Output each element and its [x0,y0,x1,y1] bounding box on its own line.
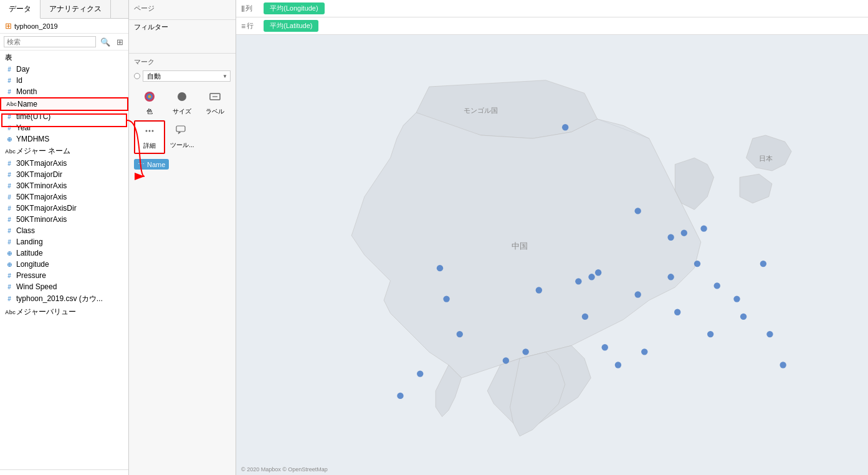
detail-name-pill[interactable]: ⋯ Name [134,159,169,170]
field-item-minor_axis_30k[interactable]: #30KTminorAxis [0,180,128,191]
datasource-icon: ⊞ [5,21,12,31]
field-icon-Id: # [5,77,14,84]
field-icon-Year: # [5,125,14,132]
rows-icon: ≡ [241,22,246,31]
mark-type-select[interactable]: 自動 [143,70,231,82]
field-list: #Day#Id#MonthAbcName#time(UTC)#Year⊕YMDH… [0,64,128,469]
field-item-minor_axis_50k[interactable]: #50KTminorAxis [0,214,128,225]
field-item-WindSpeed[interactable]: #Wind Speed [0,281,128,292]
map-dot [397,393,403,399]
field-icon-major_name: Abc [5,148,14,155]
data-source-row[interactable]: ⊞ typhoon_2019 [0,19,128,34]
field-item-major_value[interactable]: Abcメジャーバリュー [0,305,128,319]
mark-icon-detail [143,124,156,140]
field-icon-Landing: # [5,239,14,246]
field-item-Month[interactable]: #Month [0,86,128,97]
filter-section: フィルター [129,20,236,54]
auto-radio[interactable] [134,73,140,79]
field-item-YMDHMS[interactable]: ⊕YMDHMS [0,133,128,145]
field-label-Landing: Landing [16,238,43,246]
field-item-Class[interactable]: #Class [0,225,128,236]
map-dot [667,274,674,280]
columns-shelf: ||| 列 平均(Longitude) [236,0,868,17]
map-svg: モンゴル国 中国 日本 [236,35,868,475]
field-item-Day[interactable]: #Day [0,64,128,75]
map-dot [760,261,766,267]
map-dot [536,287,542,293]
rows-label: ≡ 行 [241,21,260,31]
map-dot [641,348,647,355]
field-icon-major_value: Abc [5,309,14,315]
map-dot [595,269,601,276]
field-label-minor_axis_30k: 30KTminorAxis [16,181,67,190]
field-item-major_axis_30k[interactable]: #30KTmajorAxis [0,158,128,169]
map-dot [674,309,680,315]
field-icon-major_dir_30k: # [5,171,14,178]
columns-pill[interactable]: 平均(Longitude) [264,2,325,14]
svg-rect-9 [176,126,185,132]
field-label-major_name: メジャー ネーム [16,146,70,156]
mark-btn-label[interactable]: ラベル [199,87,231,119]
field-item-Year[interactable]: #Year [0,122,128,133]
mark-btn-size[interactable]: サイズ [166,87,198,119]
marks-grid: 色サイズラベル詳細ツール... [134,87,231,154]
detail-pill-label: Name [147,161,165,168]
field-label-Month: Month [16,87,37,96]
field-icon-csv_source: # [5,295,14,302]
tab-bar: データ アナリティクス [0,0,128,19]
field-item-Pressure[interactable]: #Pressure [0,270,128,281]
field-item-Landing[interactable]: #Landing [0,236,128,247]
map-dot [562,124,568,130]
tab-data[interactable]: データ [0,0,41,19]
field-item-major_name[interactable]: Abcメジャー ネーム [0,145,128,158]
mark-btn-detail[interactable]: 詳細 [134,120,165,154]
field-item-csv_source[interactable]: #typhoon_2019.csv (カウ... [0,292,128,305]
field-item-Id[interactable]: #Id [0,75,128,86]
field-icon-Class: # [5,228,14,234]
svg-point-2 [148,95,151,98]
list-view-icon[interactable]: ⊞ [115,37,125,47]
field-item-time_utc[interactable]: #time(UTC) [0,111,128,122]
map-dot [582,314,588,320]
svg-text:日本: 日本 [759,155,773,162]
field-icon-YMDHMS: ⊕ [5,136,14,143]
tab-analytics[interactable]: アナリティクス [41,0,111,18]
map-dot [503,357,509,363]
field-item-major_axis_50k[interactable]: #50KTmajorAxis [0,191,128,203]
field-label-minor_axis_50k: 50KTminorAxis [16,215,67,224]
mark-btn-color[interactable]: 色 [134,87,165,119]
map-dot [733,295,740,302]
mark-btn-tooltip[interactable]: ツール... [166,120,198,154]
svg-text:中国: 中国 [512,241,528,251]
field-icon-major_axis_30k: # [5,160,14,167]
main-panel: ||| 列 平均(Longitude) ≡ 行 平均(Latitude) [236,0,868,475]
marks-label: マーク [134,57,231,67]
field-item-Longitude[interactable]: ⊕Longitude [0,259,128,270]
field-icon-WindSpeed: # [5,284,14,290]
filter-label: フィルター [134,22,231,32]
map-dot [766,331,773,337]
field-item-Latitude[interactable]: ⊕Latitude [0,247,128,259]
detail-icon: ⋯ [138,160,145,168]
field-icon-minor_axis_50k: # [5,216,14,223]
field-label-Day: Day [16,65,29,74]
field-icon-Latitude: ⊕ [5,250,14,257]
svg-point-7 [149,130,151,132]
search-icon[interactable]: 🔍 [98,37,112,47]
field-item-Name[interactable]: AbcName [0,97,128,111]
field-item-major_dir_30k[interactable]: #30KTmajorDir [0,169,128,180]
field-icon-Name: Abc [6,101,15,107]
map-dot [740,314,746,320]
map-dot [667,234,674,241]
map-dot [694,261,700,267]
search-input[interactable] [4,36,96,47]
rows-pill[interactable]: 平均(Latitude) [264,20,318,32]
mark-label-tooltip: ツール... [170,141,194,150]
field-icon-Longitude: ⊕ [5,261,14,268]
field-label-Class: Class [16,226,35,235]
marks-section: マーク 自動 色サイズラベル詳細ツール... ⋯ Name [129,54,236,173]
map-dot [634,291,641,297]
field-label-Longitude: Longitude [16,260,49,269]
field-item-major_dir_50k[interactable]: #50KTmajorAxisDir [0,203,128,214]
mark-icon-tooltip [175,123,189,140]
